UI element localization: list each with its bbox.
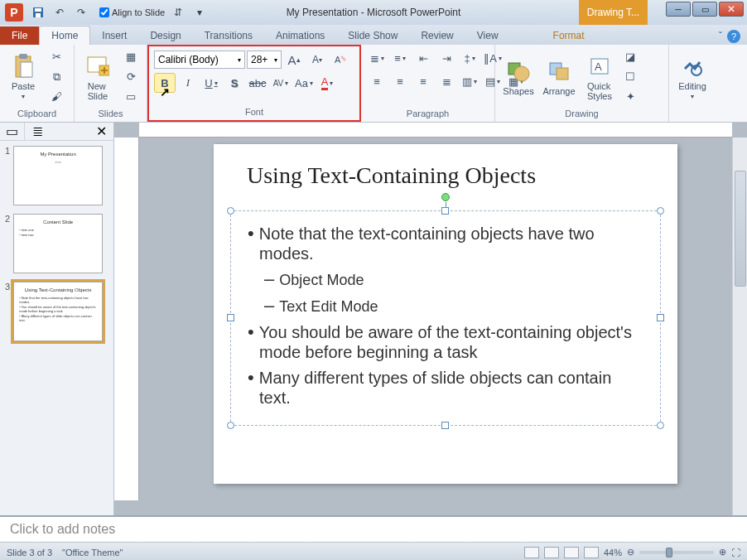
align-to-slide-checkbox[interactable]: Align to Slide <box>99 7 165 17</box>
resize-handle[interactable] <box>227 422 234 429</box>
change-case-button[interactable]: Aa▾ <box>293 73 315 93</box>
font-name-combo[interactable]: Calibri (Body)▾ <box>154 51 245 69</box>
format-painter-icon[interactable]: 🖌 <box>46 88 66 106</box>
undo-icon[interactable]: ↶ <box>51 4 68 21</box>
layout-icon[interactable]: ▦ <box>121 48 141 66</box>
align-to-slide-check[interactable] <box>99 7 109 17</box>
outline-tab-icon[interactable]: ≣ <box>25 123 50 140</box>
char-spacing-button[interactable]: AV▾ <box>270 73 292 93</box>
tab-review[interactable]: Review <box>409 27 465 45</box>
ribbon-minimize-icon[interactable]: ˇ <box>719 30 722 43</box>
tab-transitions[interactable]: Transitions <box>193 27 264 45</box>
zoom-slider-thumb[interactable] <box>666 548 672 558</box>
tab-design[interactable]: Design <box>138 27 192 45</box>
thumbnail-slide[interactable]: Using Text-Containing Objects • Note tha… <box>13 282 103 341</box>
tab-view[interactable]: View <box>465 27 510 45</box>
normal-view-icon[interactable] <box>524 547 539 558</box>
strikethrough-button[interactable]: abc <box>247 73 268 93</box>
zoom-slider[interactable] <box>639 551 714 554</box>
maximize-button[interactable]: ▭ <box>692 2 717 17</box>
quick-styles-button[interactable]: A Quick Styles <box>580 53 619 101</box>
resize-handle[interactable] <box>227 314 234 321</box>
shapes-button[interactable]: Shapes <box>499 58 538 96</box>
save-icon[interactable] <box>30 4 46 21</box>
resize-handle[interactable] <box>441 207 449 215</box>
slides-tab-icon[interactable]: ▭ <box>0 123 25 140</box>
notes-pane[interactable]: Click to add notes <box>0 515 747 542</box>
thumbnail-2[interactable]: 2 Content Slide • item one • item two <box>5 214 108 273</box>
help-icon[interactable]: ? <box>727 30 740 43</box>
bullet-item[interactable]: Note that the text-containing objects ha… <box>248 223 643 263</box>
bold-button[interactable]: B <box>154 73 176 93</box>
shape-outline-icon[interactable]: ☐ <box>620 68 640 86</box>
columns-icon[interactable]: ▥▾ <box>459 71 480 91</box>
thumbnail-slide[interactable]: My Presentation date <box>13 146 103 205</box>
minimize-button[interactable]: ─ <box>666 2 691 17</box>
redo-icon[interactable]: ↷ <box>73 4 89 21</box>
resize-handle[interactable] <box>227 207 234 215</box>
zoom-in-icon[interactable]: ⊕ <box>719 547 726 558</box>
decrease-font-icon[interactable]: A▾ <box>306 50 328 70</box>
editing-button[interactable]: Editing ▾ <box>672 53 712 100</box>
underline-button[interactable]: U▾ <box>200 73 222 93</box>
thumbnail-3[interactable]: 3 Using Text-Containing Objects • Note t… <box>5 282 108 341</box>
fit-window-icon[interactable]: ⛶ <box>731 548 740 558</box>
increase-font-icon[interactable]: A▴ <box>283 50 305 70</box>
tab-insert[interactable]: Insert <box>90 27 138 45</box>
qat-extra-icon[interactable]: ⇵ <box>170 4 186 21</box>
numbering-icon[interactable]: ≡▾ <box>389 48 411 68</box>
bullet-item[interactable]: Many different types of slide objects ca… <box>248 367 643 408</box>
decrease-indent-icon[interactable]: ⇤ <box>412 48 434 68</box>
thumbnail-1[interactable]: 1 My Presentation date <box>5 146 108 205</box>
bullets-icon[interactable]: ≣▾ <box>366 48 388 68</box>
font-color-button[interactable]: A▾ <box>316 73 338 93</box>
resize-handle[interactable] <box>657 422 664 429</box>
bullet-item[interactable]: You should be aware of the text-containi… <box>248 321 643 362</box>
font-size-combo[interactable]: 28+▾ <box>247 51 282 69</box>
paste-button[interactable]: Paste ▾ <box>3 53 43 100</box>
tab-animations[interactable]: Animations <box>264 27 336 45</box>
bullet-item[interactable]: Object Mode <box>248 268 643 290</box>
bullet-list[interactable]: Note that the text-containing objects ha… <box>231 211 660 424</box>
horizontal-ruler[interactable] <box>139 123 732 138</box>
resize-handle[interactable] <box>657 207 664 215</box>
vertical-scrollbar[interactable] <box>732 138 747 515</box>
shape-effects-icon[interactable]: ✦ <box>620 88 640 106</box>
arrange-button[interactable]: Arrange <box>539 58 579 96</box>
align-center-icon[interactable]: ≡ <box>389 71 411 91</box>
reset-icon[interactable]: ⟳ <box>121 68 141 86</box>
rotate-handle-icon[interactable] <box>441 193 450 201</box>
content-placeholder[interactable]: Note that the text-containing objects ha… <box>230 210 661 426</box>
file-tab[interactable]: File <box>0 27 39 45</box>
vertical-ruler[interactable] <box>114 138 139 500</box>
zoom-out-icon[interactable]: ⊖ <box>627 547 634 558</box>
tab-slide-show[interactable]: Slide Show <box>336 27 409 45</box>
thumbnail-slide[interactable]: Content Slide • item one • item two <box>13 214 103 273</box>
italic-button[interactable]: I <box>177 73 199 93</box>
increase-indent-icon[interactable]: ⇥ <box>436 48 457 68</box>
section-icon[interactable]: ▭ <box>121 88 141 106</box>
resize-handle[interactable] <box>441 422 449 429</box>
reading-view-icon[interactable] <box>564 547 579 558</box>
scrollbar-thumb[interactable] <box>735 171 746 287</box>
thumbnails-close-icon[interactable]: ✕ <box>89 123 113 140</box>
line-spacing-icon[interactable]: ‡▾ <box>459 48 480 68</box>
slideshow-view-icon[interactable] <box>584 547 599 558</box>
justify-icon[interactable]: ≣ <box>436 71 457 91</box>
clear-formatting-icon[interactable]: A <box>330 50 351 70</box>
copy-icon[interactable]: ⧉ <box>46 68 66 86</box>
sorter-view-icon[interactable] <box>544 547 559 558</box>
shadow-button[interactable]: S <box>224 73 245 93</box>
close-button[interactable]: ✕ <box>719 2 744 17</box>
tab-home[interactable]: Home <box>39 26 90 45</box>
slide-title[interactable]: Using Text-Containing Objects <box>247 162 644 189</box>
qat-customize-icon[interactable]: ▾ <box>191 4 208 21</box>
slide-canvas[interactable]: Using Text-Containing Objects Note that … <box>214 144 677 484</box>
resize-handle[interactable] <box>657 314 664 321</box>
tab-format[interactable]: Format <box>542 27 596 45</box>
align-right-icon[interactable]: ≡ <box>412 71 434 91</box>
shape-fill-icon[interactable]: ◪ <box>620 48 640 66</box>
new-slide-button[interactable]: New Slide <box>78 53 118 101</box>
align-left-icon[interactable]: ≡ <box>366 71 388 91</box>
cut-icon[interactable]: ✂ <box>46 48 66 66</box>
